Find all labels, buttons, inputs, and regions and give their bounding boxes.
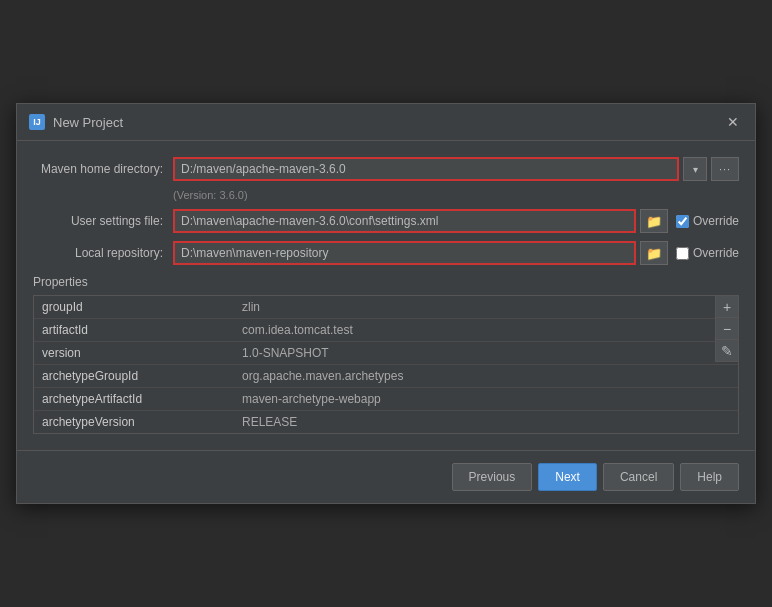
user-settings-override-checkbox[interactable] <box>676 215 689 228</box>
local-repo-input[interactable] <box>173 241 636 265</box>
local-repo-label: Local repository: <box>33 246 173 260</box>
user-settings-input-group: 📁 Override <box>173 209 739 233</box>
maven-home-label: Maven home directory: <box>33 162 173 176</box>
title-bar-left: IJ New Project <box>29 114 123 130</box>
maven-home-input[interactable] <box>173 157 679 181</box>
maven-home-row: Maven home directory: ▾ ··· <box>33 157 739 181</box>
user-settings-browse-button[interactable]: 📁 <box>640 209 668 233</box>
cancel-button[interactable]: Cancel <box>603 463 674 491</box>
maven-home-dropdown-button[interactable]: ▾ <box>683 157 707 181</box>
properties-table-wrapper: groupIdzlinartifactIdcom.idea.tomcat.tes… <box>33 295 739 434</box>
user-settings-row: User settings file: 📁 Override <box>33 209 739 233</box>
property-key: groupId <box>34 296 234 319</box>
remove-property-button[interactable]: − <box>716 318 738 340</box>
table-row: archetypeGroupIdorg.apache.maven.archety… <box>34 365 738 388</box>
version-text: (Version: 3.6.0) <box>173 189 739 201</box>
maven-home-input-group: ▾ ··· <box>173 157 739 181</box>
user-settings-input[interactable] <box>173 209 636 233</box>
next-button[interactable]: Next <box>538 463 597 491</box>
property-value: org.apache.maven.archetypes <box>234 365 738 388</box>
property-value: maven-archetype-webapp <box>234 388 738 411</box>
property-value: zlin <box>234 296 738 319</box>
local-repo-input-group: 📁 Override <box>173 241 739 265</box>
property-key: archetypeVersion <box>34 411 234 434</box>
local-repo-override-group: Override <box>676 246 739 260</box>
previous-button[interactable]: Previous <box>452 463 533 491</box>
table-row: groupIdzlin <box>34 296 738 319</box>
property-key: version <box>34 342 234 365</box>
property-key: artifactId <box>34 319 234 342</box>
edit-property-button[interactable]: ✎ <box>716 340 738 362</box>
dialog-body: Maven home directory: ▾ ··· (Version: 3.… <box>17 141 755 450</box>
new-project-dialog: IJ New Project ✕ Maven home directory: ▾… <box>16 103 756 504</box>
app-icon: IJ <box>29 114 45 130</box>
local-repo-browse-button[interactable]: 📁 <box>640 241 668 265</box>
property-value: com.idea.tomcat.test <box>234 319 738 342</box>
local-repo-override-checkbox[interactable] <box>676 247 689 260</box>
help-button[interactable]: Help <box>680 463 739 491</box>
properties-actions: + − ✎ <box>715 296 738 362</box>
dialog-footer: Previous Next Cancel Help <box>17 450 755 503</box>
user-settings-label: User settings file: <box>33 214 173 228</box>
table-row: artifactIdcom.idea.tomcat.test <box>34 319 738 342</box>
local-repo-row: Local repository: 📁 Override <box>33 241 739 265</box>
user-settings-override-label[interactable]: Override <box>693 214 739 228</box>
property-value: RELEASE <box>234 411 738 434</box>
property-value: 1.0-SNAPSHOT <box>234 342 738 365</box>
user-settings-override-group: Override <box>676 214 739 228</box>
table-row: version1.0-SNAPSHOT <box>34 342 738 365</box>
properties-section: Properties groupIdzlinartifactIdcom.idea… <box>33 275 739 434</box>
title-bar: IJ New Project ✕ <box>17 104 755 141</box>
property-key: archetypeArtifactId <box>34 388 234 411</box>
properties-title: Properties <box>33 275 739 289</box>
table-row: archetypeVersionRELEASE <box>34 411 738 434</box>
add-property-button[interactable]: + <box>716 296 738 318</box>
maven-home-browse-button[interactable]: ··· <box>711 157 739 181</box>
table-row: archetypeArtifactIdmaven-archetype-webap… <box>34 388 738 411</box>
close-button[interactable]: ✕ <box>723 112 743 132</box>
dialog-title: New Project <box>53 115 123 130</box>
local-repo-override-label[interactable]: Override <box>693 246 739 260</box>
properties-table: groupIdzlinartifactIdcom.idea.tomcat.tes… <box>34 296 738 433</box>
property-key: archetypeGroupId <box>34 365 234 388</box>
